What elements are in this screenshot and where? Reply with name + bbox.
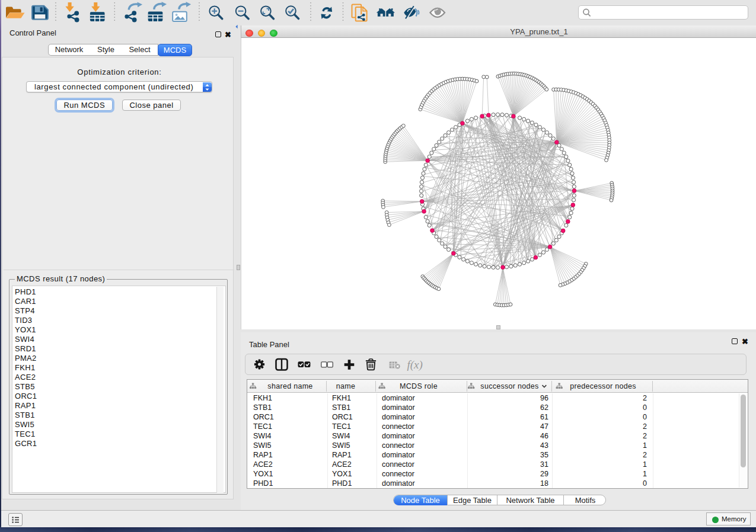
svg-text:f(x): f(x)	[407, 358, 423, 371]
